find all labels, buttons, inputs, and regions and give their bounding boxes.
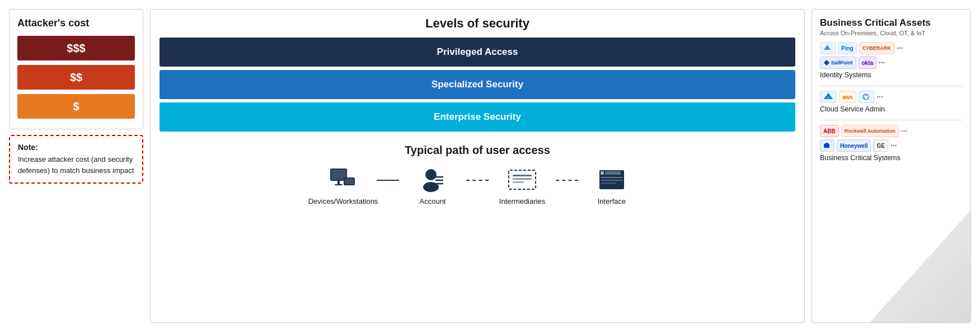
identity-logos-2: SailPoint okta ··· xyxy=(820,57,963,69)
logo-azure-identity xyxy=(820,42,836,54)
workstation-icon xyxy=(328,165,358,195)
bca-subtitle: Across On-Premises, Cloud, OT, & IoT xyxy=(820,30,963,36)
logo-azure-cloud xyxy=(820,91,837,103)
bcs-logos-2: Honeywell GE ··· xyxy=(820,139,963,152)
logo-abb: ABB xyxy=(820,125,839,137)
note-title: Note: xyxy=(18,143,134,152)
logo-honeywell: Honeywell xyxy=(837,139,871,152)
main-container: Attacker's cost $$$ $$ $ Note: Increase … xyxy=(0,0,980,332)
path-flow: Devices/Workstations Account xyxy=(160,165,795,205)
bar-specialized: Specialized Security xyxy=(160,70,795,99)
path-label-devices: Devices/Workstations xyxy=(308,197,378,205)
svg-rect-13 xyxy=(513,178,532,180)
svg-rect-32 xyxy=(825,143,828,144)
attacker-cost-title: Attacker's cost xyxy=(17,17,135,29)
logo-gcp xyxy=(859,91,874,103)
path-title: Typical path of user access xyxy=(160,144,795,157)
logo-ping: Ping xyxy=(838,42,857,54)
dots-1: ··· xyxy=(897,44,903,53)
divider-1 xyxy=(820,86,963,86)
path-item-intermediaries: Intermediaries xyxy=(489,165,556,205)
bcs-section: ABB Rockwell Automation ··· Honeywell GE… xyxy=(820,125,963,162)
cloud-logos: aws ··· xyxy=(820,91,963,103)
svg-rect-2 xyxy=(337,181,340,184)
svg-rect-3 xyxy=(335,184,343,185)
path-label-account: Account xyxy=(420,197,446,205)
identity-systems-section: Ping CYBERARK ··· SailPoint okta ··· Id xyxy=(820,42,963,79)
divider-2 xyxy=(820,120,963,120)
svg-rect-12 xyxy=(513,175,532,176)
svg-marker-24 xyxy=(824,60,829,66)
bar-privileged: Privileged Access xyxy=(160,38,795,67)
left-panel: Attacker's cost $$$ $$ $ Note: Increase … xyxy=(9,9,143,323)
intermediaries-icon xyxy=(507,165,537,195)
svg-rect-19 xyxy=(601,177,623,178)
connector-2 xyxy=(466,180,489,181)
bcs-label: Business Critical Systems xyxy=(820,154,963,162)
svg-point-28 xyxy=(865,95,866,96)
cost-bar-high: $$$ xyxy=(17,36,135,60)
cost-bar-med: $$ xyxy=(17,65,135,90)
svg-rect-21 xyxy=(601,183,616,184)
cost-bar-low: $ xyxy=(17,94,135,119)
svg-point-29 xyxy=(866,97,868,99)
logo-ge: GE xyxy=(873,139,888,152)
logo-chip-ot xyxy=(820,139,834,152)
identity-systems-label: Identity Systems xyxy=(820,71,963,79)
attacker-cost-box: Attacker's cost $$$ $$ $ xyxy=(9,9,143,129)
dots-4: ··· xyxy=(901,127,908,135)
note-text: Increase attacker cost (and security def… xyxy=(18,154,134,176)
bar-enterprise: Enterprise Security xyxy=(160,102,795,132)
security-levels: Privileged Access Specialized Security E… xyxy=(160,38,795,132)
svg-point-6 xyxy=(425,169,437,180)
connector-3 xyxy=(556,180,578,181)
account-icon xyxy=(418,165,448,195)
svg-rect-20 xyxy=(601,180,623,181)
path-item-account: Account xyxy=(399,165,466,205)
path-label-interface: Interface xyxy=(598,197,626,205)
svg-rect-18 xyxy=(605,171,621,175)
cloud-section: aws ··· Cloud Service Admin xyxy=(820,91,963,113)
svg-point-30 xyxy=(863,97,865,99)
svg-rect-1 xyxy=(331,170,346,180)
svg-rect-14 xyxy=(513,181,524,183)
dots-5: ··· xyxy=(890,141,897,150)
path-item-devices: Devices/Workstations xyxy=(310,165,377,205)
dots-3: ··· xyxy=(876,92,883,101)
logo-aws: aws xyxy=(839,91,856,103)
bcs-logos: ABB Rockwell Automation ··· xyxy=(820,125,963,137)
svg-rect-31 xyxy=(824,144,829,148)
identity-logos: Ping CYBERARK ··· xyxy=(820,42,963,54)
logo-rockwell: Rockwell Automation xyxy=(841,125,899,137)
cloud-service-label: Cloud Service Admin xyxy=(820,105,963,113)
right-panel: Business Critical Assets Across On-Premi… xyxy=(812,9,971,323)
svg-rect-17 xyxy=(601,171,604,175)
connector-1 xyxy=(377,180,399,181)
dots-2: ··· xyxy=(879,58,885,67)
middle-panel: Levels of security Privileged Access Spe… xyxy=(150,9,805,323)
interface-icon xyxy=(597,165,627,195)
bca-title: Business Critical Assets xyxy=(820,17,963,29)
levels-title: Levels of security xyxy=(160,16,795,31)
path-item-interface: Interface xyxy=(578,165,645,205)
logo-okta: okta xyxy=(859,57,877,69)
logo-cyberark: CYBERARK xyxy=(859,42,894,54)
note-box: Note: Increase attacker cost (and securi… xyxy=(9,135,143,184)
right-content: Business Critical Assets Across On-Premi… xyxy=(820,17,963,162)
decorative-bg xyxy=(870,211,970,322)
svg-rect-5 xyxy=(345,179,354,184)
path-label-intermediaries: Intermediaries xyxy=(499,197,545,205)
logo-sailpoint: SailPoint xyxy=(820,57,856,69)
